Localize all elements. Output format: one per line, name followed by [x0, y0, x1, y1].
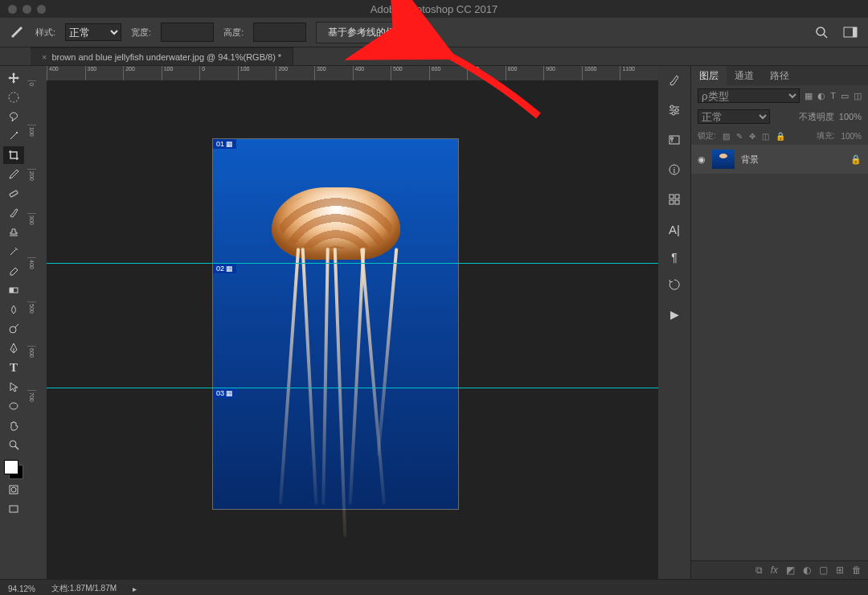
lock-icon: 🔒: [850, 154, 862, 165]
svg-rect-3: [853, 27, 857, 37]
tab-channels[interactable]: 通道: [727, 66, 762, 85]
mask-icon[interactable]: ◩: [786, 564, 795, 576]
document-tab[interactable]: × brown and blue jellyfish underwater.jp…: [31, 47, 293, 65]
ruler-vertical[interactable]: 0100200300400500600700: [27, 80, 47, 579]
path-select-tool[interactable]: [3, 378, 24, 396]
brush-panel-icon[interactable]: [665, 74, 684, 89]
svg-rect-27: [669, 195, 674, 199]
move-tool[interactable]: [3, 69, 24, 87]
layer-name[interactable]: 背景: [741, 154, 759, 166]
eyedropper-tool[interactable]: [3, 166, 24, 183]
guide-line-2[interactable]: [47, 388, 658, 388]
lock-all-icon[interactable]: 🔒: [776, 132, 785, 141]
svg-line-10: [15, 324, 18, 327]
slice-badge-3[interactable]: 03 ▦: [213, 388, 236, 398]
visibility-icon[interactable]: ◉: [698, 154, 706, 165]
libraries-panel-icon[interactable]: [665, 133, 684, 149]
svg-point-22: [672, 112, 675, 115]
fill-label: 填充:: [817, 130, 835, 142]
slice-badge-2[interactable]: 02 ▦: [213, 264, 236, 273]
filter-shape-icon[interactable]: ▭: [841, 91, 849, 101]
width-input[interactable]: [161, 23, 214, 42]
document-canvas[interactable]: 01 ▦ 02 ▦ 03 ▦: [212, 138, 459, 510]
stamp-tool[interactable]: [3, 224, 24, 241]
slice-badge-1[interactable]: 01 ▦: [213, 139, 236, 149]
height-input[interactable]: [253, 23, 306, 42]
tab-layers[interactable]: 图层: [691, 66, 727, 85]
fx-icon[interactable]: fx: [771, 564, 778, 576]
healing-tool[interactable]: [3, 185, 24, 203]
adjustment-icon[interactable]: ◐: [803, 564, 811, 576]
gradient-tool[interactable]: [3, 281, 24, 299]
style-select[interactable]: 正常: [65, 23, 121, 41]
svg-rect-29: [669, 200, 674, 204]
blur-tool[interactable]: [3, 301, 24, 318]
guide-line-1[interactable]: [47, 263, 658, 264]
svg-rect-8: [10, 288, 14, 293]
swatches-panel-icon[interactable]: [665, 193, 684, 208]
filter-adjust-icon[interactable]: ◐: [817, 91, 825, 101]
character-panel-icon[interactable]: A|: [665, 223, 684, 236]
lock-artboard-icon[interactable]: ◫: [762, 132, 769, 141]
history-brush-tool[interactable]: [3, 243, 24, 261]
close-tab-icon[interactable]: ×: [42, 52, 47, 62]
actions-panel-icon[interactable]: ▶: [665, 308, 684, 321]
zoom-level[interactable]: 94.12%: [8, 585, 35, 593]
tab-paths[interactable]: 路径: [762, 66, 797, 85]
layer-thumbnail[interactable]: [712, 150, 735, 169]
layer-row[interactable]: ◉ 背景 🔒: [691, 145, 868, 174]
marquee-tool[interactable]: [3, 88, 24, 106]
zoom-tool[interactable]: [3, 436, 24, 453]
main-area: T 40030020010001002003004005006007008009…: [0, 66, 868, 579]
adjustments-panel-icon[interactable]: [665, 104, 684, 119]
slice-from-guides-button[interactable]: 基于参考线的切片: [316, 22, 417, 43]
magic-wand-tool[interactable]: [3, 127, 24, 145]
paragraph-panel-icon[interactable]: ¶: [665, 251, 684, 264]
filter-smart-icon[interactable]: ◫: [854, 91, 862, 101]
history-panel-icon[interactable]: [665, 278, 684, 293]
link-icon[interactable]: ⧉: [755, 564, 763, 576]
svg-rect-28: [675, 195, 679, 199]
lock-trans-icon[interactable]: ▨: [723, 132, 730, 141]
search-icon[interactable]: [812, 23, 831, 42]
eraser-tool[interactable]: [3, 262, 24, 280]
brush-tool[interactable]: [3, 204, 24, 222]
quickmask-toggle[interactable]: [3, 481, 24, 499]
blend-mode-select[interactable]: 正常: [698, 109, 770, 124]
current-tool-icon[interactable]: [8, 23, 26, 41]
new-layer-icon[interactable]: ⊞: [836, 564, 844, 576]
svg-point-11: [10, 403, 18, 409]
svg-point-5: [16, 132, 18, 133]
ruler-horizontal[interactable]: 4003002001000100200300400500600700800900…: [47, 66, 658, 81]
hand-tool[interactable]: [3, 416, 24, 434]
info-panel-icon[interactable]: i: [665, 163, 684, 178]
fill-value[interactable]: 100%: [841, 132, 862, 141]
height-label: 高度:: [223, 27, 244, 39]
app-title: Adobe Photoshop CC 2017: [0, 3, 868, 15]
document-tab-title: brown and blue jellyfish underwater.jpg …: [51, 52, 281, 62]
color-swatches[interactable]: [4, 460, 23, 479]
style-label: 样式:: [35, 27, 55, 39]
lock-pos-icon[interactable]: ✥: [749, 132, 755, 141]
type-tool[interactable]: T: [3, 359, 24, 376]
pen-tool[interactable]: [3, 339, 24, 357]
canvas-area[interactable]: 4003002001000100200300400500600700800900…: [27, 66, 658, 579]
layers-panel: 图层 通道 路径 ρ类型 ▦ ◐ T ▭ ◫ 正常 不透明度 100% 锁定: …: [690, 66, 868, 579]
lock-pixels-icon[interactable]: ✎: [736, 132, 743, 141]
screenmode-toggle[interactable]: [3, 500, 24, 518]
group-icon[interactable]: ▢: [819, 564, 828, 576]
dodge-tool[interactable]: [3, 320, 24, 338]
svg-line-1: [824, 35, 827, 38]
crop-tool[interactable]: [3, 146, 24, 164]
layer-filter-select[interactable]: ρ类型: [698, 88, 800, 103]
lasso-tool[interactable]: [3, 108, 24, 125]
svg-rect-16: [10, 506, 18, 512]
shape-tool[interactable]: [3, 397, 24, 415]
opacity-value[interactable]: 100%: [839, 112, 862, 121]
filter-pixel-icon[interactable]: ▦: [805, 91, 813, 101]
filter-type-icon[interactable]: T: [830, 91, 836, 101]
trash-icon[interactable]: 🗑: [852, 564, 862, 576]
workspace-switcher-icon[interactable]: [841, 23, 860, 42]
doc-size[interactable]: 文档:1.87M/1.87M: [51, 583, 117, 594]
status-chevron-icon[interactable]: ▸: [133, 585, 137, 593]
